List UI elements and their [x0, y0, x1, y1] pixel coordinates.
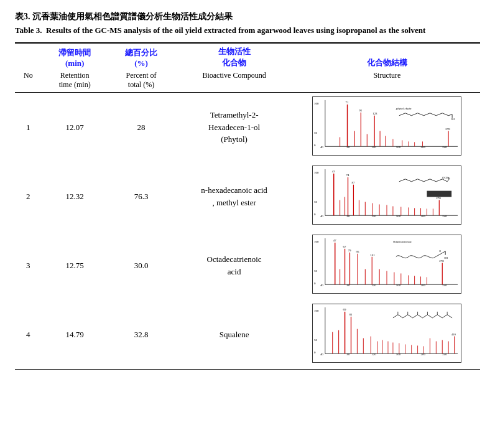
cell-compound-4: Squalene: [174, 300, 294, 370]
svg-text:O: O: [440, 250, 442, 253]
cell-ret-3: 12.75: [42, 231, 108, 300]
svg-text:160: 160: [396, 146, 401, 149]
cell-structure-3: 0 50 100 40 80 120 160 200 240 47 67: [294, 231, 480, 300]
table-row: 4 14.79 32.8 Squalene 0 50 100 40 80 120…: [15, 300, 480, 370]
table-title-en: Table 3. Results of the GC-MS analysis o…: [15, 25, 480, 36]
svg-text:79: 79: [348, 249, 351, 252]
cell-no-4: 4: [15, 300, 42, 370]
header-cn-bioactive: 生物活性化合物: [174, 43, 294, 70]
header-en-row: No Retentiontime (min) Percent oftotal (…: [15, 70, 480, 93]
header-en-no: No: [15, 70, 42, 93]
svg-text:50: 50: [314, 132, 317, 135]
table-row: 2 12.32 76.3 n-hexadecanoic acid, methyl…: [15, 162, 480, 231]
svg-text:40: 40: [320, 353, 323, 356]
svg-text:47: 47: [333, 239, 336, 242]
svg-text:120: 120: [372, 353, 377, 356]
svg-text:160: 160: [396, 284, 401, 287]
svg-text:100: 100: [314, 102, 319, 105]
svg-text:200: 200: [421, 215, 426, 218]
svg-rect-70: [427, 191, 452, 197]
header-cn-no: [15, 43, 42, 70]
header-en-bioactive: Bioactive Compound: [174, 70, 294, 93]
svg-text:43: 43: [332, 170, 335, 173]
svg-text:OH: OH: [445, 256, 448, 259]
header-en-percent: Percent oftotal (%): [108, 70, 175, 93]
cell-structure-1: 40 80 120 160 200 240 0 50 100 71: [294, 93, 480, 162]
svg-text:121: 121: [371, 253, 376, 256]
svg-text:OH: OH: [451, 118, 455, 121]
spectrum-2: 0 50 100 40 80 120 160 200 240 43 74: [312, 166, 461, 225]
svg-text:240: 240: [443, 215, 448, 218]
svg-text:100: 100: [314, 171, 319, 174]
cell-no-3: 3: [15, 231, 42, 300]
spectrum-4: 0 50 100 40 80 120 160 200 240 69 81: [312, 304, 461, 363]
header-cn-percent: 總百分比(%): [108, 43, 175, 70]
svg-text:278: 278: [446, 128, 451, 131]
svg-text:67: 67: [343, 245, 346, 248]
cell-no-2: 2: [15, 162, 42, 231]
cell-pct-2: 76.3: [108, 162, 175, 231]
cell-structure-2: 0 50 100 40 80 120 160 200 240 43 74: [294, 162, 480, 231]
svg-text:OCH₃: OCH₃: [443, 176, 450, 179]
svg-text:phytol chain: phytol chain: [396, 107, 412, 110]
svg-text:50: 50: [314, 339, 317, 342]
table-label: Table 3.: [15, 26, 42, 35]
svg-text:120: 120: [372, 146, 377, 149]
header-cn-retention: 滯留時間(min): [42, 43, 108, 70]
svg-rect-110: [313, 304, 461, 363]
svg-text:40: 40: [320, 215, 323, 218]
cell-compound-3: Octadecatrienoicacid: [174, 231, 294, 300]
cell-ret-1: 12.07: [42, 93, 108, 162]
svg-text:240: 240: [443, 284, 448, 287]
svg-text:Octadecatrienoic: Octadecatrienoic: [393, 240, 412, 243]
cell-compound-2: n-hexadecanoic acid, methyl ester: [174, 162, 294, 231]
cell-ret-2: 12.32: [42, 162, 108, 231]
table-title-cn: 表3. 沉香葉油使用氣相色譜質譜儀分析生物活性成分結果: [15, 11, 480, 22]
svg-text:160: 160: [396, 353, 401, 356]
table-caption: Results of the GC-MS analysis of the oil…: [46, 26, 425, 35]
svg-text:40: 40: [320, 284, 323, 287]
svg-text:87: 87: [352, 181, 355, 184]
svg-text:120: 120: [372, 215, 377, 218]
svg-text:95: 95: [356, 250, 359, 253]
cell-compound-1: Tetramethyl-2-Hexadecen-1-ol(Phytol): [174, 93, 294, 162]
svg-text:80: 80: [347, 353, 350, 356]
svg-text:240: 240: [443, 146, 448, 149]
table-row: 1 12.07 28 Tetramethyl-2-Hexadecen-1-ol(…: [15, 93, 480, 162]
svg-text:71: 71: [346, 101, 349, 104]
svg-text:74: 74: [346, 174, 349, 177]
cell-pct-3: 30.0: [108, 231, 175, 300]
svg-rect-0: [313, 97, 461, 156]
svg-text:100: 100: [314, 309, 319, 312]
cell-pct-4: 32.8: [108, 300, 175, 370]
svg-text:123: 123: [373, 112, 378, 115]
header-cn-structure: 化合物結構: [294, 43, 480, 70]
spectrum-3: 0 50 100 40 80 120 160 200 240 47 67: [312, 235, 461, 294]
cell-pct-1: 28: [108, 93, 175, 162]
cell-no-1: 1: [15, 93, 42, 162]
svg-text:160: 160: [396, 215, 401, 218]
svg-text:40: 40: [320, 146, 323, 149]
svg-text:80: 80: [347, 215, 350, 218]
svg-text:200: 200: [421, 284, 426, 287]
header-cn-row: 滯留時間(min) 總百分比(%) 生物活性化合物 化合物結構: [15, 43, 480, 70]
cell-structure-4: 0 50 100 40 80 120 160 200 240 69 81: [294, 300, 480, 370]
svg-text:240: 240: [443, 353, 448, 356]
header-en-retention: Retentiontime (min): [42, 70, 108, 93]
svg-text:50: 50: [314, 270, 317, 273]
svg-text:69: 69: [343, 308, 346, 311]
svg-text:200: 200: [421, 146, 426, 149]
spectrum-1: 40 80 120 160 200 240 0 50 100 71: [312, 96, 461, 156]
cell-ret-4: 14.79: [42, 300, 108, 370]
svg-text:278: 278: [440, 259, 445, 263]
table-row: 3 12.75 30.0 Octadecatrienoicacid 0 50 1…: [15, 231, 480, 300]
svg-text:81: 81: [349, 313, 353, 316]
header-en-structure: Structure: [294, 70, 480, 93]
svg-text:50: 50: [314, 201, 317, 204]
svg-text:200: 200: [421, 353, 426, 356]
svg-text:95: 95: [359, 109, 363, 112]
svg-text:410: 410: [451, 333, 456, 336]
svg-text:100: 100: [314, 240, 319, 243]
